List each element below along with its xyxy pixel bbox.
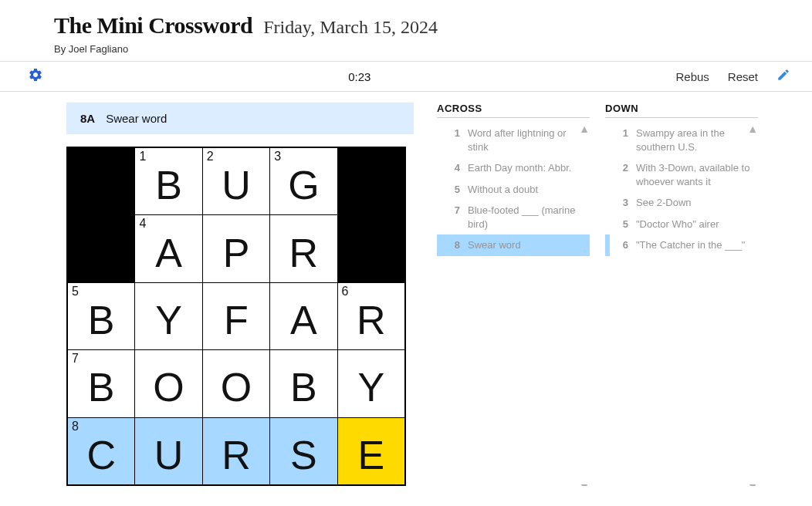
cell-letter: O xyxy=(153,367,184,407)
scroll-down-icon[interactable] xyxy=(579,481,590,486)
cell-black xyxy=(68,148,134,214)
cell[interactable]: 5B xyxy=(68,283,134,349)
cell-letter: A xyxy=(155,233,182,273)
cell-letter: U xyxy=(154,435,184,475)
cell-letter: B xyxy=(290,367,317,407)
clue-item[interactable]: 6"The Catcher in the ___" xyxy=(605,234,758,256)
cell-number: 2 xyxy=(207,150,214,164)
cell[interactable]: O xyxy=(203,350,269,417)
clue-item[interactable]: 3See 2-Down xyxy=(605,192,758,214)
cell-number: 1 xyxy=(139,150,146,164)
cell[interactable]: 7B xyxy=(68,350,134,417)
current-clue-text: Swear word xyxy=(106,112,167,125)
cell[interactable]: S xyxy=(270,418,337,484)
clue-item[interactable]: 5Without a doubt xyxy=(437,179,590,201)
clue-item[interactable]: 4Earth Day month: Abbr. xyxy=(437,157,590,179)
cell[interactable]: R xyxy=(203,418,269,484)
cell-letter: B xyxy=(155,165,182,205)
puzzle-date: Friday, March 15, 2024 xyxy=(263,17,438,38)
clue-number: 2 xyxy=(617,161,628,188)
clue-number: 7 xyxy=(449,204,460,231)
cell-letter: S xyxy=(290,435,317,475)
timer[interactable]: 0:23 xyxy=(43,70,675,83)
clue-item[interactable]: 5"Doctor Who" airer xyxy=(605,214,758,235)
clue-text: Word after lightning or stink xyxy=(468,126,585,153)
across-clues: ACROSS 1Word after lightning or stink4Ea… xyxy=(437,103,590,256)
toolbar: 0:23 Rebus Reset xyxy=(0,61,812,92)
clue-text: Swear word xyxy=(468,238,585,252)
clue-item[interactable]: 7Blue-footed ___ (marine bird) xyxy=(437,200,590,234)
cell-number: 6 xyxy=(342,285,349,299)
cell[interactable]: F xyxy=(203,283,269,349)
current-clue-number: 8A xyxy=(80,112,95,125)
cell[interactable]: B xyxy=(270,350,337,417)
cell-letter: E xyxy=(357,435,384,475)
cell[interactable]: 1B xyxy=(135,148,201,214)
cell-letter: F xyxy=(224,300,249,340)
clue-item[interactable]: 1Word after lightning or stink xyxy=(437,123,590,157)
cell-letter: B xyxy=(88,367,115,407)
down-clues: DOWN 1Swampy area in the southern U.S.2W… xyxy=(605,103,758,256)
clue-item[interactable]: 2With 3-Down, available to whoever wants… xyxy=(605,157,758,192)
clue-item[interactable]: 8Swear word xyxy=(437,234,590,256)
cell[interactable]: 4A xyxy=(135,215,201,282)
cell[interactable]: E xyxy=(338,418,404,484)
cell-letter: U xyxy=(222,165,251,205)
clue-number: 1 xyxy=(449,126,460,153)
cell[interactable]: Y xyxy=(338,350,404,417)
cell-letter: Y xyxy=(155,300,182,340)
cell[interactable]: 3G xyxy=(270,148,337,214)
cell-black xyxy=(338,148,404,214)
cell-number: 4 xyxy=(139,217,146,231)
cell[interactable]: A xyxy=(270,283,337,349)
clue-number: 5 xyxy=(617,218,628,231)
cell-letter: R xyxy=(357,300,386,340)
scroll-up-icon[interactable] xyxy=(579,123,590,135)
cell-letter: Y xyxy=(357,367,384,407)
reset-button[interactable]: Reset xyxy=(728,70,758,83)
cell-letter: A xyxy=(290,300,317,340)
cell-number: 5 xyxy=(72,285,79,299)
cell-letter: C xyxy=(86,435,116,475)
cell-letter: O xyxy=(221,367,252,407)
across-heading: ACROSS xyxy=(437,103,590,118)
cell-number: 8 xyxy=(72,420,79,433)
clue-item[interactable]: 1Swampy area in the southern U.S. xyxy=(605,123,758,157)
scroll-up-icon[interactable] xyxy=(747,123,758,135)
scroll-down-icon[interactable] xyxy=(747,481,758,486)
clue-text: Blue-footed ___ (marine bird) xyxy=(468,204,585,231)
cell-number: 7 xyxy=(72,352,79,366)
cell[interactable]: U xyxy=(135,418,201,484)
cell-letter: B xyxy=(88,300,115,340)
clue-text: "Doctor Who" airer xyxy=(636,218,753,231)
cell[interactable]: O xyxy=(135,350,201,417)
cell-black xyxy=(68,215,134,282)
clue-text: Swampy area in the southern U.S. xyxy=(636,126,753,153)
clue-text: Earth Day month: Abbr. xyxy=(468,161,585,175)
cell[interactable]: P xyxy=(203,215,269,282)
cell[interactable]: Y xyxy=(135,283,201,349)
cell[interactable]: 2U xyxy=(203,148,269,214)
cell-letter: G xyxy=(288,165,319,205)
clue-number: 5 xyxy=(449,183,460,197)
crossword-grid[interactable]: 1B2U3G4APR5BYFA6R7BOOBY8CURSE xyxy=(66,147,406,486)
header: The Mini Crossword Friday, March 15, 202… xyxy=(0,0,812,61)
clue-number: 1 xyxy=(617,126,628,153)
clue-text: See 2-Down xyxy=(636,196,753,210)
cell-black xyxy=(338,215,404,282)
cell-letter: R xyxy=(222,435,251,475)
clue-number: 4 xyxy=(449,161,460,175)
cell[interactable]: 6R xyxy=(338,283,404,349)
cell[interactable]: 8C xyxy=(68,418,134,484)
clue-number: 3 xyxy=(617,196,628,210)
clue-number: 8 xyxy=(449,238,460,252)
rebus-button[interactable]: Rebus xyxy=(675,70,709,83)
pencil-icon[interactable] xyxy=(776,68,790,85)
cell[interactable]: R xyxy=(270,215,337,282)
clue-text: Without a doubt xyxy=(468,183,585,197)
down-heading: DOWN xyxy=(605,103,758,118)
settings-icon[interactable] xyxy=(28,67,43,86)
cell-letter: P xyxy=(223,233,250,273)
clue-number: 6 xyxy=(617,238,628,252)
byline: By Joel Fagliano xyxy=(54,43,758,55)
